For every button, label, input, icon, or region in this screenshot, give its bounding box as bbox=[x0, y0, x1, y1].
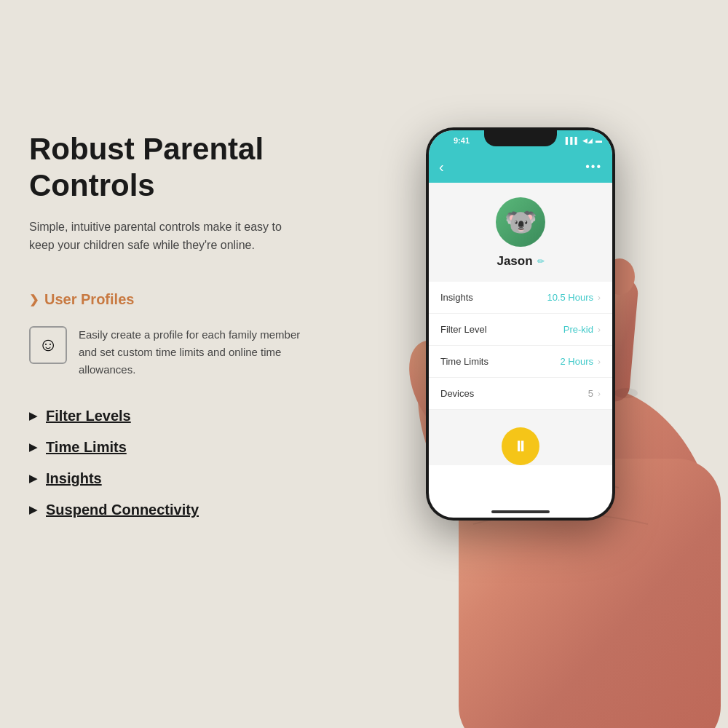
chevron-right-icon: › bbox=[598, 325, 601, 335]
status-icons: ▌▌▌ ◀◢ ▬ bbox=[566, 137, 602, 144]
devices-value-group: 5 › bbox=[588, 388, 601, 399]
time-limits-row[interactable]: Time Limits 2 Hours › bbox=[429, 346, 612, 378]
profile-feature: ☺ Easily create a profile for each famil… bbox=[29, 326, 335, 379]
time-limits-value: 2 Hours bbox=[560, 356, 593, 367]
section-label: User Profiles bbox=[44, 291, 134, 308]
profile-text: Easily create a profile for each family … bbox=[79, 326, 312, 379]
left-panel: Robust Parental Controls Simple, intuiti… bbox=[0, 0, 364, 728]
pause-button[interactable]: ⏸ bbox=[502, 427, 539, 465]
devices-label: Devices bbox=[440, 388, 474, 399]
signal-icon: ▌▌▌ bbox=[566, 137, 579, 144]
nav-item-suspend[interactable]: ▶ Suspend Connectivity bbox=[29, 502, 335, 518]
app-content: 🐨 Jason ✏ Insights 10.5 Hours › bbox=[429, 183, 612, 465]
battery-icon: ▬ bbox=[596, 137, 602, 144]
home-indicator bbox=[491, 510, 550, 513]
chevron-right-icon: › bbox=[598, 293, 601, 303]
user-name-row: Jason ✏ bbox=[496, 254, 544, 269]
phone-notch bbox=[484, 130, 557, 146]
devices-value: 5 bbox=[588, 388, 593, 399]
arrow-icon: ▶ bbox=[29, 441, 37, 453]
user-name: Jason bbox=[496, 254, 532, 269]
filter-level-label: Filter Level bbox=[440, 324, 487, 335]
pause-icon: ⏸ bbox=[513, 438, 528, 455]
time-limits-value-group: 2 Hours › bbox=[560, 356, 601, 367]
insights-value-group: 10.5 Hours › bbox=[547, 292, 601, 303]
right-panel: 9:41 ▌▌▌ ◀◢ ▬ ‹ ••• 🐨 bbox=[349, 0, 728, 728]
page-title: Robust Parental Controls bbox=[29, 131, 335, 205]
smiley-icon: ☺ bbox=[29, 326, 67, 364]
status-time: 9:41 bbox=[454, 136, 470, 145]
insights-row[interactable]: Insights 10.5 Hours › bbox=[429, 282, 612, 314]
chevron-right-icon: › bbox=[598, 389, 601, 399]
back-button[interactable]: ‹ bbox=[439, 159, 444, 175]
devices-row[interactable]: Devices 5 › bbox=[429, 378, 612, 410]
page-subtitle: Simple, intuitive parental controls make… bbox=[29, 218, 291, 255]
nav-item-insights[interactable]: ▶ Insights bbox=[29, 470, 335, 487]
chevron-down-icon: ❯ bbox=[29, 293, 39, 306]
insights-label: Insights bbox=[440, 292, 473, 303]
app-header: ‹ ••• bbox=[429, 151, 612, 183]
nav-item-filter-levels[interactable]: ▶ Filter Levels bbox=[29, 408, 335, 424]
svg-point-15 bbox=[614, 388, 638, 398]
arrow-icon: ▶ bbox=[29, 410, 37, 422]
nav-item-time-limits[interactable]: ▶ Time Limits bbox=[29, 439, 335, 456]
arrow-icon: ▶ bbox=[29, 472, 37, 484]
phone-inner: 9:41 ▌▌▌ ◀◢ ▬ ‹ ••• 🐨 bbox=[429, 130, 612, 518]
user-avatar: 🐨 bbox=[496, 197, 545, 247]
wifi-icon: ◀◢ bbox=[582, 137, 593, 144]
nav-links: ▶ Filter Levels ▶ Time Limits ▶ Insights… bbox=[29, 408, 335, 518]
arrow-icon: ▶ bbox=[29, 504, 37, 515]
menu-rows: Insights 10.5 Hours › Filter Level Pre-k… bbox=[429, 282, 612, 410]
time-limits-link[interactable]: Time Limits bbox=[46, 439, 127, 456]
chevron-right-icon: › bbox=[598, 357, 601, 367]
section-heading[interactable]: ❯ User Profiles bbox=[29, 291, 335, 308]
filter-level-value: Pre-kid bbox=[563, 324, 593, 335]
suspend-link[interactable]: Suspend Connectivity bbox=[46, 502, 199, 518]
insights-link[interactable]: Insights bbox=[46, 470, 102, 487]
phone-frame: 9:41 ▌▌▌ ◀◢ ▬ ‹ ••• 🐨 bbox=[426, 127, 615, 521]
koala-icon: 🐨 bbox=[505, 209, 537, 235]
time-limits-label: Time Limits bbox=[440, 356, 488, 367]
filter-level-value-group: Pre-kid › bbox=[563, 324, 601, 335]
edit-icon[interactable]: ✏ bbox=[537, 256, 545, 266]
more-button[interactable]: ••• bbox=[585, 160, 602, 173]
filter-level-row[interactable]: Filter Level Pre-kid › bbox=[429, 314, 612, 346]
filter-levels-link[interactable]: Filter Levels bbox=[46, 408, 131, 424]
insights-value: 10.5 Hours bbox=[547, 292, 593, 303]
